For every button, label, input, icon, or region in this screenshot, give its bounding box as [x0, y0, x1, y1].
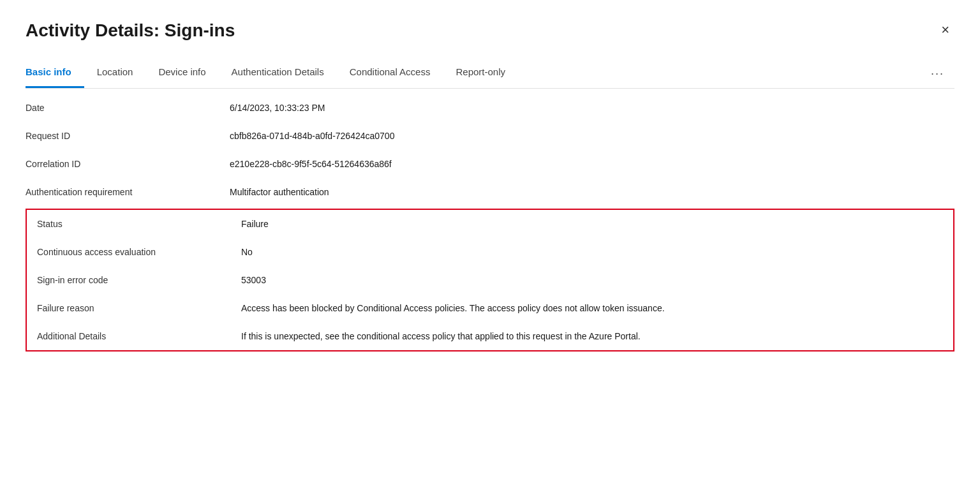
tab-device-info[interactable]: Device info	[145, 59, 218, 88]
additional-details-value: If this is unexpected, see the condition…	[241, 331, 943, 341]
date-label: Date	[26, 103, 230, 113]
cae-row: Continuous access evaluation No	[37, 238, 943, 266]
tab-conditional-access[interactable]: Conditional Access	[337, 59, 443, 88]
failure-section: Status Failure Continuous access evaluat…	[26, 209, 954, 352]
error-code-label: Sign-in error code	[37, 275, 241, 285]
correlation-id-label: Correlation ID	[26, 159, 230, 169]
additional-details-label: Additional Details	[37, 331, 241, 341]
status-value: Failure	[241, 219, 943, 229]
auth-req-value: Multifactor authentication	[230, 187, 954, 197]
panel-header: Activity Details: Sign-ins ×	[26, 20, 954, 41]
more-tabs-button[interactable]: ···	[921, 61, 954, 87]
close-button[interactable]: ×	[936, 20, 954, 40]
additional-details-row: Additional Details If this is unexpected…	[37, 322, 943, 350]
content-area: Date 6/14/2023, 10:33:23 PM Request ID c…	[26, 89, 954, 352]
failure-reason-label: Failure reason	[37, 303, 241, 313]
auth-req-label: Authentication requirement	[26, 187, 230, 197]
tab-report-only[interactable]: Report-only	[443, 59, 518, 88]
date-row: Date 6/14/2023, 10:33:23 PM	[26, 94, 954, 122]
status-label: Status	[37, 219, 241, 229]
request-id-row: Request ID cbfb826a-071d-484b-a0fd-72642…	[26, 122, 954, 150]
correlation-id-row: Correlation ID e210e228-cb8c-9f5f-5c64-5…	[26, 150, 954, 178]
failure-reason-row: Failure reason Access has been blocked b…	[37, 294, 943, 322]
request-id-value: cbfb826a-071d-484b-a0fd-726424ca0700	[230, 131, 954, 141]
panel-title: Activity Details: Sign-ins	[26, 20, 235, 41]
status-row: Status Failure	[37, 210, 943, 238]
date-value: 6/14/2023, 10:33:23 PM	[230, 103, 954, 113]
tab-bar: Basic info Location Device info Authenti…	[26, 59, 954, 89]
auth-req-row: Authentication requirement Multifactor a…	[26, 178, 954, 206]
tab-basic-info[interactable]: Basic info	[26, 59, 84, 88]
correlation-id-value: e210e228-cb8c-9f5f-5c64-51264636a86f	[230, 159, 954, 169]
error-code-row: Sign-in error code 53003	[37, 266, 943, 294]
cae-value: No	[241, 247, 943, 257]
cae-label: Continuous access evaluation	[37, 247, 241, 257]
failure-reason-value: Access has been blocked by Conditional A…	[241, 303, 943, 313]
tab-location[interactable]: Location	[84, 59, 146, 88]
tab-authentication-details[interactable]: Authentication Details	[219, 59, 337, 88]
activity-details-panel: Activity Details: Sign-ins × Basic info …	[0, 0, 980, 481]
request-id-label: Request ID	[26, 131, 230, 141]
error-code-value: 53003	[241, 275, 943, 285]
